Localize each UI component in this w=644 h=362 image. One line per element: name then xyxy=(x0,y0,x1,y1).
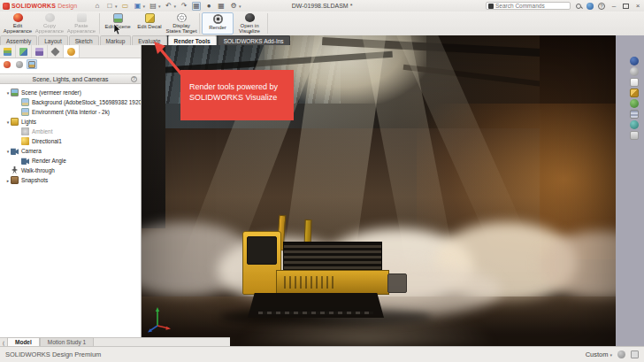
tab-layout[interactable]: Layout xyxy=(38,35,68,45)
scene-icon xyxy=(11,89,19,96)
panel-help-icon[interactable]: ? xyxy=(131,76,137,82)
tab-assembly[interactable]: Assembly xyxy=(0,35,37,45)
close-button[interactable]: × xyxy=(633,2,642,10)
ribbon-separator xyxy=(267,13,268,34)
tab-scroll-icon[interactable]: ⟨ xyxy=(0,340,7,346)
search-scope-icon xyxy=(488,4,494,9)
display-states-target-icon xyxy=(177,13,187,22)
mouse-cursor xyxy=(113,24,121,35)
orientation-triad xyxy=(147,306,172,333)
tab-sketch[interactable]: Sketch xyxy=(69,35,99,45)
hide-show-items-icon[interactable] xyxy=(630,120,639,129)
edit-decal-icon xyxy=(145,13,155,23)
open-in-visualize-icon xyxy=(245,13,255,22)
copy-appearance-button: Copy Appearance xyxy=(34,12,65,35)
annotation-callout: Render tools powered by SOLIDWORKS Visua… xyxy=(180,70,294,120)
panel-tab-bar xyxy=(0,45,141,58)
title-bar: SOLIDWORKS Design ⌂ □ ▾ ▭ ▣ ▾ ▤ ▾ ↶ ▾ ↷ … xyxy=(0,0,644,12)
ribbon-separator xyxy=(199,13,200,34)
tree-item-environment[interactable]: Environment (Villa Interior - 2k) xyxy=(0,107,141,117)
scene-tree: ▾ Scene (vermeer render) Background (Ado… xyxy=(0,84,141,185)
section-view-icon[interactable] xyxy=(630,78,639,87)
command-manager-ribbon: Edit Appearance Copy Appearance Paste Ap… xyxy=(0,12,644,35)
editing-state-icon[interactable] xyxy=(631,350,639,358)
status-text: SOLIDWORKS Design Premium xyxy=(5,350,101,358)
panel-section-header: Scene, Lights, and Cameras ? xyxy=(0,73,141,84)
zoom-to-fit-icon[interactable] xyxy=(630,131,639,140)
tree-item-snapshots[interactable]: ▸ Snapshots xyxy=(0,175,141,185)
search-icon[interactable] xyxy=(575,3,582,10)
search-commands-box[interactable] xyxy=(486,2,571,10)
view-toolbar xyxy=(630,57,639,140)
tree-item-ambient[interactable]: Ambient xyxy=(0,127,141,136)
view-settings-icon[interactable] xyxy=(630,110,639,119)
status-bar: SOLIDWORKS Design Premium Custom ▾ xyxy=(0,346,644,362)
apply-scene-icon[interactable] xyxy=(630,99,639,108)
edit-appearance-button[interactable]: Edit Appearance xyxy=(2,12,34,35)
edit-decal-button[interactable]: Edit Decal xyxy=(134,12,165,35)
tree-item-lights[interactable]: ▾ Lights xyxy=(0,117,141,127)
tab-featuremanager[interactable] xyxy=(0,45,16,58)
units-dropdown[interactable]: Custom ▾ xyxy=(586,350,612,358)
titlebar-controls: ? – × xyxy=(486,1,642,11)
tab-model[interactable]: Model xyxy=(7,337,40,346)
feature-manager-panel: Scene, Lights, and Cameras ? ▾ Scene (ve… xyxy=(0,45,142,337)
search-input[interactable] xyxy=(495,3,568,9)
tab-solidworks-add-ins[interactable]: SOLIDWORKS Add-Ins xyxy=(218,35,290,45)
tab-markup[interactable]: Markup xyxy=(100,35,132,45)
edit-appearance-icon xyxy=(13,13,23,22)
directional-light-icon xyxy=(21,137,29,145)
edit-scene-icon xyxy=(113,13,123,23)
display-style-icon[interactable] xyxy=(630,89,639,97)
solidworks-window: SOLIDWORKS Design ⌂ □ ▾ ▭ ▣ ▾ ▤ ▾ ↶ ▾ ↷ … xyxy=(0,0,644,362)
help-icon[interactable]: ? xyxy=(598,3,605,10)
lights-folder-icon xyxy=(11,118,19,126)
tab-configurationmanager[interactable] xyxy=(32,45,48,58)
units-caret-icon: ▾ xyxy=(610,352,612,358)
tab-dimxpertmanager[interactable] xyxy=(48,45,64,58)
maximize-button[interactable] xyxy=(623,4,629,9)
ribbon-separator xyxy=(99,13,100,34)
expand-caret-icon[interactable]: ▾ xyxy=(5,149,11,154)
background-image-icon xyxy=(21,98,29,106)
tab-evaluate[interactable]: Evaluate xyxy=(132,35,166,45)
displaymanager-icon xyxy=(67,48,75,56)
tree-item-scene[interactable]: ▾ Scene (vermeer render) xyxy=(0,88,141,97)
previous-view-icon[interactable] xyxy=(630,67,639,76)
tab-propertymanager[interactable] xyxy=(16,45,32,58)
featuremanager-icon xyxy=(4,48,12,56)
paste-appearance-button: Paste Appearance xyxy=(65,12,97,35)
environment-image-icon xyxy=(21,108,29,116)
tab-motion-study[interactable]: Motion Study 1 xyxy=(40,337,94,346)
scene-lights-cameras-icon xyxy=(28,61,35,68)
command-manager-tabs: Assembly Layout Sketch Markup Evaluate R… xyxy=(0,35,265,45)
view-decals-button[interactable] xyxy=(14,59,25,69)
paste-appearance-icon xyxy=(77,13,87,22)
tree-item-directional1[interactable]: Directional1 xyxy=(0,136,141,146)
view-appearances-button[interactable] xyxy=(2,59,12,69)
tab-render-tools[interactable]: Render Tools xyxy=(168,35,217,45)
render-button[interactable]: Render xyxy=(202,12,234,35)
tree-item-background[interactable]: Background (AdobeStock_156989382 1920) xyxy=(0,97,141,107)
snapshots-icon xyxy=(11,176,19,184)
tree-item-render-angle[interactable]: Render Angle xyxy=(0,156,141,166)
tab-displaymanager[interactable] xyxy=(64,45,80,58)
walk-through-icon xyxy=(11,166,19,174)
display-states-target-button[interactable]: Display States Target xyxy=(165,12,197,35)
render-angle-camera-icon xyxy=(21,157,29,165)
copy-appearance-icon xyxy=(45,13,55,22)
view-orientation-icon[interactable] xyxy=(630,57,639,65)
tree-item-walk-through[interactable]: Walk-through xyxy=(0,166,141,175)
view-decals-icon xyxy=(16,61,23,68)
3dexperience-compass-icon[interactable] xyxy=(586,3,594,10)
tag-icon[interactable] xyxy=(617,350,625,358)
render-icon xyxy=(213,14,223,24)
ambient-light-icon xyxy=(21,127,29,135)
configurationmanager-icon xyxy=(35,48,43,56)
propertymanager-icon xyxy=(19,48,27,56)
minimize-button[interactable]: – xyxy=(610,2,618,10)
view-scene-lights-cameras-button[interactable] xyxy=(27,59,37,69)
open-in-visualize-button[interactable]: Open in Visualize ▾ xyxy=(234,12,265,35)
camera-icon xyxy=(11,147,19,155)
tree-item-camera[interactable]: ▾ Camera xyxy=(0,146,141,156)
